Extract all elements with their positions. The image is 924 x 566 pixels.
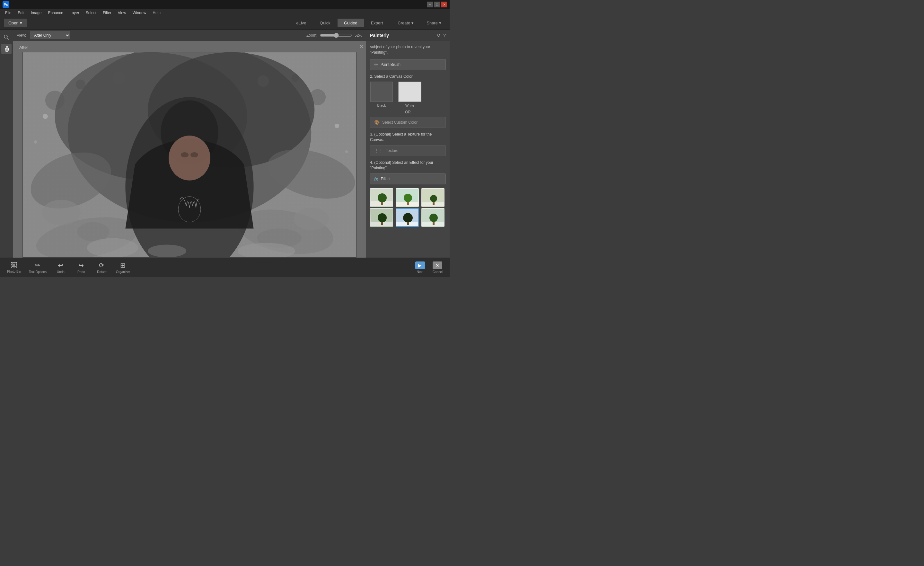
svg-rect-59 (433, 222, 435, 225)
hand-icon (3, 46, 9, 52)
black-swatch (370, 82, 393, 102)
svg-point-54 (403, 213, 413, 222)
title-bar-left: Ps (3, 1, 9, 8)
svg-rect-39 (381, 202, 383, 205)
color-option-black[interactable]: Black (370, 82, 393, 107)
share-label: Share (426, 21, 438, 26)
rotate-label: Rotate (97, 270, 106, 274)
organizer-label: Organizer (116, 270, 130, 274)
canvas-svg (23, 53, 356, 257)
effect-thumb-1-img (370, 189, 393, 207)
paintbrush-icon: ✏ (374, 62, 378, 67)
search-tool-button[interactable] (1, 32, 12, 42)
redo-icon: ↪ (78, 261, 84, 269)
panel-help-button[interactable]: ? (443, 33, 446, 38)
white-swatch (398, 82, 422, 102)
svg-point-58 (429, 214, 438, 222)
close-canvas-button[interactable]: ✕ (359, 44, 363, 50)
svg-point-25 (181, 152, 189, 158)
redo-button[interactable]: ↪ Redo (72, 260, 91, 275)
menu-layer[interactable]: Layer (67, 10, 82, 16)
menu-enhance[interactable]: Enhance (45, 10, 66, 16)
panel-refresh-button[interactable]: ↺ (437, 33, 441, 38)
share-button[interactable]: Share ▾ (422, 19, 446, 27)
minimize-button[interactable]: ─ (427, 2, 433, 8)
view-select[interactable]: After Only Before Only Before and After (30, 32, 70, 39)
effect-thumb-3-img (422, 189, 444, 207)
canvas-area: View: After Only Before Only Before and … (13, 30, 366, 258)
effect-thumb-1[interactable] (370, 188, 393, 207)
tool-options-button[interactable]: ✏ Tool Options (26, 260, 50, 275)
create-label: Create (398, 21, 410, 26)
undo-icon: ↩ (58, 261, 63, 269)
zoom-slider[interactable] (320, 33, 352, 38)
open-button[interactable]: Open ▾ (4, 19, 27, 27)
menu-window[interactable]: Window (130, 10, 149, 16)
svg-rect-47 (433, 202, 435, 205)
svg-point-30 (43, 114, 48, 119)
canvas-image (22, 52, 357, 258)
cancel-icon: ✕ (433, 261, 442, 269)
hand-tool-button[interactable] (1, 44, 12, 54)
menu-edit[interactable]: Edit (15, 10, 27, 16)
tool-options-icon: ✏ (35, 261, 40, 269)
cancel-button[interactable]: ✕ Cancel (429, 260, 446, 275)
custom-color-button[interactable]: 🎨 Select Custom Color (370, 117, 446, 128)
texture-button[interactable]: ⋮⋮ Texture (370, 145, 446, 156)
next-label: Next (417, 270, 424, 274)
color-picker-icon: 🎨 (374, 120, 380, 125)
tab-expert[interactable]: Expert (364, 19, 390, 27)
organizer-icon: ⊞ (120, 261, 126, 269)
photo-bin-icon: 🖼 (11, 261, 17, 269)
effect-thumb-5-img (396, 209, 419, 227)
step4-label: 4. (Optional) Select an Effect for your … (370, 160, 446, 171)
create-button[interactable]: Create ▾ (393, 19, 418, 27)
organizer-button[interactable]: ⊞ Organizer (113, 260, 133, 275)
color-option-white[interactable]: White (398, 82, 422, 107)
menu-select[interactable]: Select (83, 10, 99, 16)
right-panel-header: Painterly ↺ ? (366, 30, 450, 41)
rotate-icon: ⟳ (99, 261, 104, 269)
paint-brush-button[interactable]: ✏ Paint Brush (370, 59, 446, 70)
svg-point-0 (4, 35, 8, 38)
tab-elive[interactable]: eLive (290, 19, 312, 27)
rotate-button[interactable]: ⟳ Rotate (92, 260, 111, 275)
panel-description: subject of your photo to reveal your "Pa… (370, 44, 446, 55)
menu-view[interactable]: View (115, 10, 129, 16)
svg-point-11 (45, 91, 64, 110)
menu-file[interactable]: File (3, 10, 14, 16)
undo-button[interactable]: ↩ Undo (51, 260, 70, 275)
effect-button[interactable]: fx Effect (370, 173, 446, 185)
tab-quick[interactable]: Quick (314, 19, 337, 27)
title-bar: Ps ─ □ ✕ (0, 0, 450, 9)
menu-help[interactable]: Help (150, 10, 163, 16)
zoom-label: Zoom: (306, 33, 317, 38)
svg-rect-51 (381, 222, 383, 225)
redo-label: Redo (77, 270, 85, 274)
menu-image[interactable]: Image (28, 10, 44, 16)
effect-thumb-2[interactable] (396, 188, 419, 207)
effect-thumb-6[interactable] (422, 208, 444, 227)
texture-icon: ⋮⋮ (374, 148, 383, 153)
photo-bin-button[interactable]: 🖼 Photo Bin (4, 260, 24, 275)
panel-icons: ↺ ? (437, 33, 446, 38)
menu-filter[interactable]: Filter (100, 10, 114, 16)
svg-point-46 (430, 195, 437, 202)
effect-thumb-4[interactable] (370, 208, 393, 227)
share-arrow-icon: ▾ (439, 21, 441, 26)
svg-point-33 (345, 150, 348, 153)
effect-thumb-5[interactable] (396, 208, 419, 227)
custom-color-label: Select Custom Color (382, 120, 417, 125)
svg-point-14 (291, 74, 299, 82)
svg-point-20 (77, 222, 110, 242)
effect-thumb-4-img (370, 209, 393, 227)
effect-thumb-3[interactable] (422, 188, 444, 207)
right-panel-content: subject of your photo to reveal your "Pa… (366, 41, 450, 258)
svg-point-15 (112, 72, 125, 84)
tab-guided[interactable]: Guided (338, 19, 364, 27)
close-button[interactable]: ✕ (441, 2, 447, 8)
restore-button[interactable]: □ (434, 2, 440, 8)
mode-bar: Open ▾ eLive Quick Guided Expert Create … (0, 17, 450, 30)
svg-rect-55 (407, 222, 409, 225)
next-button[interactable]: ▶ Next (412, 260, 428, 275)
